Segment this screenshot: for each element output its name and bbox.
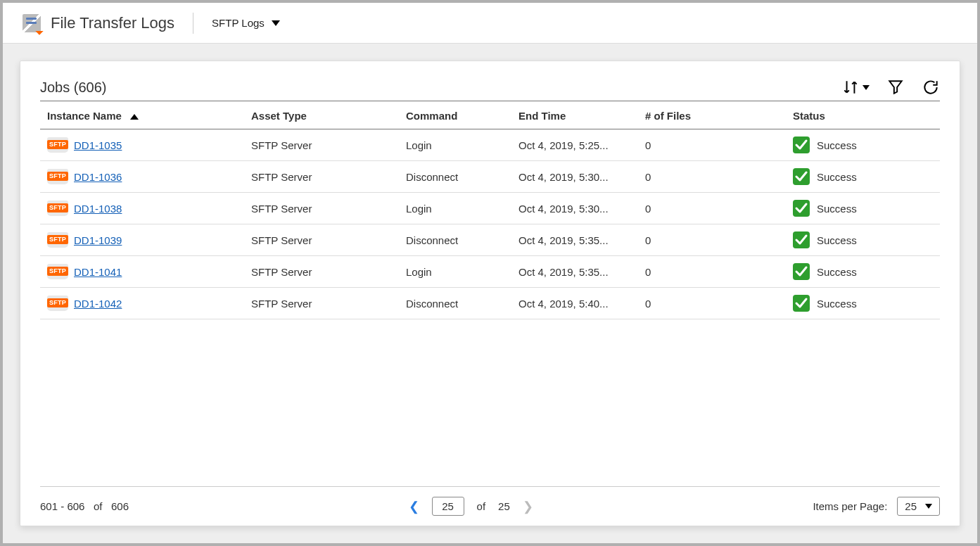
sftp-icon bbox=[47, 264, 68, 279]
sftp-icon bbox=[47, 201, 68, 216]
sftp-icon bbox=[47, 169, 68, 184]
cell-end-time: Oct 4, 2019, 5:35... bbox=[511, 256, 638, 288]
status-text: Success bbox=[817, 203, 857, 215]
jobs-table: Instance Name Asset Type Command End Tim… bbox=[40, 101, 940, 319]
cell-status: Success bbox=[793, 200, 933, 217]
cell-command: Disconnect bbox=[399, 288, 511, 319]
log-type-label: SFTP Logs bbox=[212, 17, 265, 29]
filter-button[interactable] bbox=[886, 78, 905, 96]
chevron-down-icon bbox=[925, 504, 932, 509]
refresh-icon bbox=[922, 78, 940, 96]
current-page-input[interactable]: 25 bbox=[432, 497, 464, 516]
cell-asset-type: SFTP Server bbox=[244, 288, 399, 319]
success-icon bbox=[793, 168, 810, 185]
col-end-time[interactable]: End Time bbox=[511, 101, 638, 129]
col-command[interactable]: Command bbox=[399, 101, 511, 129]
sftp-icon bbox=[47, 296, 68, 311]
cell-status: Success bbox=[793, 231, 933, 248]
cell-num-files: 0 bbox=[638, 288, 786, 319]
instance-link[interactable]: DD1-1035 bbox=[74, 139, 122, 151]
table-row: DD1-1035SFTP ServerLoginOct 4, 2019, 5:2… bbox=[40, 129, 940, 161]
success-icon bbox=[793, 295, 810, 312]
status-text: Success bbox=[817, 266, 857, 278]
funnel-icon bbox=[886, 78, 905, 96]
table-row: DD1-1041SFTP ServerLoginOct 4, 2019, 5:3… bbox=[40, 256, 940, 288]
status-text: Success bbox=[817, 234, 857, 246]
col-asset-type[interactable]: Asset Type bbox=[244, 101, 399, 129]
cell-asset-type: SFTP Server bbox=[244, 129, 399, 161]
cell-end-time: Oct 4, 2019, 5:35... bbox=[511, 224, 638, 256]
prev-page-button[interactable]: ❮ bbox=[409, 499, 419, 514]
table-row: DD1-1038SFTP ServerLoginOct 4, 2019, 5:3… bbox=[40, 193, 940, 224]
col-num-files[interactable]: # of Files bbox=[638, 101, 786, 129]
cell-asset-type: SFTP Server bbox=[244, 256, 399, 288]
cell-end-time: Oct 4, 2019, 5:30... bbox=[511, 193, 638, 224]
page-title: File Transfer Logs bbox=[51, 14, 193, 32]
log-type-selector[interactable]: SFTP Logs bbox=[212, 17, 280, 29]
jobs-count: Jobs (606) bbox=[40, 80, 107, 96]
jobs-panel: Jobs (606) bbox=[20, 61, 960, 526]
cell-command: Disconnect bbox=[399, 224, 511, 256]
chevron-down-icon bbox=[863, 85, 870, 90]
success-icon bbox=[793, 136, 810, 153]
sftp-icon bbox=[47, 232, 68, 248]
top-bar: File Transfer Logs SFTP Logs bbox=[3, 3, 977, 44]
table-row: DD1-1036SFTP ServerDisconnectOct 4, 2019… bbox=[40, 161, 940, 193]
cell-end-time: Oct 4, 2019, 5:25... bbox=[511, 129, 638, 161]
items-per-page-label: Items per Page: bbox=[813, 500, 887, 512]
cell-command: Disconnect bbox=[399, 161, 511, 193]
cell-asset-type: SFTP Server bbox=[244, 193, 399, 224]
status-text: Success bbox=[817, 298, 857, 310]
cell-num-files: 0 bbox=[638, 193, 786, 224]
refresh-button[interactable] bbox=[922, 78, 940, 96]
instance-link[interactable]: DD1-1042 bbox=[74, 298, 122, 310]
cell-status: Success bbox=[793, 136, 933, 153]
cell-num-files: 0 bbox=[638, 256, 786, 288]
cell-command: Login bbox=[399, 193, 511, 224]
cell-end-time: Oct 4, 2019, 5:30... bbox=[511, 161, 638, 193]
success-icon bbox=[793, 200, 810, 217]
table-row: DD1-1039SFTP ServerDisconnectOct 4, 2019… bbox=[40, 224, 940, 256]
cell-asset-type: SFTP Server bbox=[244, 224, 399, 256]
cell-command: Login bbox=[399, 129, 511, 161]
page-of-label: of bbox=[477, 500, 486, 512]
cell-num-files: 0 bbox=[638, 224, 786, 256]
chevron-down-icon bbox=[272, 20, 280, 26]
sftp-icon bbox=[47, 137, 68, 153]
page-total: 25 bbox=[498, 500, 510, 512]
status-text: Success bbox=[817, 139, 857, 151]
pager: 601 - 606 of 606 ❮ 25 of 25 ❯ Items per … bbox=[40, 486, 940, 516]
items-per-page-select[interactable]: 25 bbox=[897, 497, 940, 516]
cell-asset-type: SFTP Server bbox=[244, 161, 399, 193]
status-text: Success bbox=[817, 171, 857, 183]
cell-num-files: 0 bbox=[638, 161, 786, 193]
sort-button[interactable] bbox=[841, 78, 870, 96]
table-row: DD1-1042SFTP ServerDisconnectOct 4, 2019… bbox=[40, 288, 940, 319]
cell-command: Login bbox=[399, 256, 511, 288]
cell-status: Success bbox=[793, 168, 933, 185]
instance-link[interactable]: DD1-1039 bbox=[74, 234, 122, 246]
app-logo-icon bbox=[23, 14, 41, 32]
pager-range: 601 - 606 of 606 bbox=[40, 500, 129, 512]
instance-link[interactable]: DD1-1038 bbox=[74, 203, 122, 215]
sort-asc-icon bbox=[130, 114, 139, 120]
cell-end-time: Oct 4, 2019, 5:40... bbox=[511, 288, 638, 319]
cell-status: Success bbox=[793, 263, 933, 280]
cell-status: Success bbox=[793, 295, 933, 312]
workspace: Jobs (606) bbox=[3, 44, 977, 543]
instance-link[interactable]: DD1-1041 bbox=[74, 266, 122, 278]
success-icon bbox=[793, 263, 810, 280]
col-instance-name[interactable]: Instance Name bbox=[40, 101, 244, 129]
cell-num-files: 0 bbox=[638, 129, 786, 161]
next-page-button[interactable]: ❯ bbox=[523, 499, 533, 514]
success-icon bbox=[793, 231, 810, 248]
divider bbox=[193, 13, 193, 34]
col-status[interactable]: Status bbox=[786, 101, 940, 129]
sort-icon bbox=[841, 78, 860, 96]
instance-link[interactable]: DD1-1036 bbox=[74, 171, 122, 183]
